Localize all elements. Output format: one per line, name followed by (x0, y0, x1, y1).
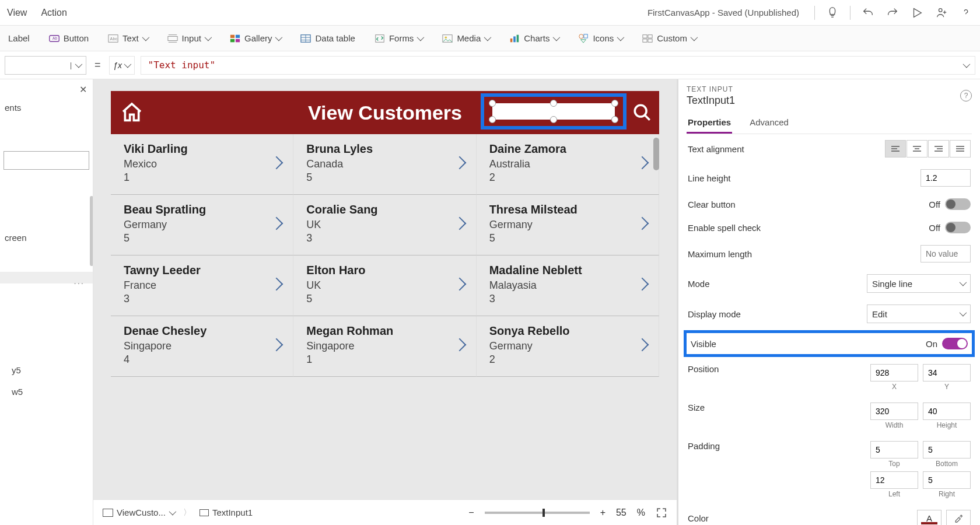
customer-cell[interactable]: Bruna LylesCanada5 (293, 134, 476, 195)
customer-cell[interactable]: Tawny LeederFrance3 (111, 256, 293, 316)
prop-text-alignment-label: Text alignment (688, 144, 744, 154)
insert-data-table[interactable]: Data table (296, 30, 358, 47)
padding-bottom-input[interactable] (923, 441, 971, 459)
play-icon[interactable] (910, 6, 924, 20)
line-height-input[interactable] (921, 169, 971, 187)
customer-cell[interactable]: Thresa MilsteadGermany5 (477, 195, 659, 256)
search-icon[interactable] (632, 103, 652, 123)
resize-handle[interactable] (550, 116, 557, 123)
font-color-button[interactable]: A (917, 510, 942, 525)
chevron-right-icon[interactable] (638, 158, 650, 171)
customer-country: Australia (489, 158, 648, 170)
zoom-in-button[interactable]: + (600, 508, 606, 518)
resize-handle[interactable] (611, 116, 618, 123)
mode-select[interactable]: Single line (867, 274, 971, 293)
customer-cell[interactable]: Viki DarlingMexico1 (111, 134, 293, 195)
visible-toggle[interactable] (942, 338, 968, 349)
chevron-right-icon[interactable] (272, 158, 285, 171)
menu-view[interactable]: View (7, 8, 27, 18)
resize-handle[interactable] (550, 100, 557, 107)
size-height-input[interactable] (923, 402, 971, 420)
insert-text[interactable]: AbcText (104, 30, 152, 47)
breadcrumb-screen[interactable]: ViewCusto... (103, 508, 175, 517)
chevron-right-icon[interactable] (455, 158, 468, 171)
resize-handle[interactable] (489, 116, 496, 123)
insert-charts[interactable]: Charts (505, 30, 562, 47)
align-left-button[interactable] (885, 140, 906, 158)
breadcrumb-element[interactable]: TextInput1 (200, 508, 253, 517)
insert-label[interactable]: Label (5, 31, 33, 46)
display-mode-select[interactable]: Edit (867, 304, 971, 323)
gallery-scrollbar[interactable] (653, 138, 659, 170)
color-picker-icon[interactable] (946, 510, 971, 525)
insert-input[interactable]: Input (163, 30, 214, 47)
spell-check-toggle[interactable] (945, 222, 971, 233)
chevron-right-icon[interactable] (638, 219, 650, 232)
tree-search-input[interactable] (4, 151, 89, 170)
menu-action[interactable]: Action (41, 8, 66, 18)
formula-input[interactable]: "Text input" (141, 56, 975, 75)
close-icon[interactable]: ✕ (79, 84, 87, 95)
home-icon[interactable] (120, 101, 144, 124)
zoom-slider[interactable] (485, 512, 590, 514)
padding-left-input[interactable] (870, 471, 918, 489)
max-length-input[interactable] (921, 245, 971, 262)
customer-cell[interactable]: Daine ZamoraAustralia2 (477, 134, 659, 195)
undo-icon[interactable] (861, 6, 875, 20)
customer-number: 3 (124, 293, 282, 305)
customer-cell[interactable]: Beau SpratlingGermany5 (111, 195, 293, 256)
chevron-right-icon[interactable] (638, 340, 650, 353)
customer-cell[interactable]: Denae ChesleySingapore4 (111, 316, 293, 377)
chevron-right-icon[interactable] (455, 340, 468, 353)
position-y-input[interactable] (923, 364, 971, 382)
align-right-button[interactable] (928, 140, 949, 158)
selected-textinput[interactable] (481, 93, 626, 130)
share-icon[interactable] (935, 6, 949, 20)
chevron-right-icon[interactable] (638, 279, 650, 292)
customer-cell[interactable]: Megan RohmanSingapore1 (293, 316, 476, 377)
resize-handle[interactable] (611, 100, 618, 107)
customer-cell[interactable]: Sonya RebelloGermany2 (477, 316, 659, 377)
panel-help-icon[interactable]: ? (960, 90, 972, 102)
insert-button[interactable]: AbButton (45, 30, 92, 47)
resize-handle[interactable] (489, 100, 496, 107)
tree-item[interactable]: y5 (0, 359, 93, 381)
app-canvas[interactable]: View Customers Viki DarlingMexico1Bruna … (111, 91, 659, 377)
tab-advanced[interactable]: Advanced (748, 114, 790, 134)
fx-dropdown[interactable]: ƒx (109, 56, 135, 75)
chevron-right-icon[interactable] (272, 279, 285, 292)
tab-properties[interactable]: Properties (687, 114, 732, 134)
tree-item[interactable]: w5 (0, 381, 93, 402)
zoom-out-button[interactable]: − (468, 508, 474, 518)
insert-icons[interactable]: Icons (574, 30, 626, 47)
customer-cell[interactable]: Elton HaroUK5 (293, 256, 476, 316)
clear-button-toggle[interactable] (945, 198, 971, 210)
insert-forms[interactable]: Forms (370, 30, 427, 47)
align-center-button[interactable] (907, 140, 928, 158)
size-width-input[interactable] (870, 402, 918, 420)
tree-selected-item[interactable]: ··· (0, 272, 93, 284)
padding-right-input[interactable] (923, 471, 971, 489)
top-menubar: View Action FirstCanvasApp - Saved (Unpu… (0, 0, 980, 26)
chevron-right-icon[interactable] (455, 219, 468, 232)
position-x-input[interactable] (870, 364, 918, 382)
help-icon[interactable] (959, 6, 973, 20)
padding-top-input[interactable] (870, 441, 918, 459)
align-justify-button[interactable] (950, 140, 971, 158)
chevron-right-icon[interactable] (455, 279, 468, 292)
fit-screen-icon[interactable] (656, 507, 667, 519)
tree-screen-item[interactable]: creen (0, 227, 93, 249)
chevron-right-icon[interactable] (272, 340, 285, 353)
app-checker-icon[interactable] (825, 6, 839, 20)
customer-cell[interactable]: Coralie SangUK3 (293, 195, 476, 256)
insert-media[interactable]: Media (438, 30, 494, 47)
more-icon[interactable]: ··· (74, 278, 85, 288)
customer-cell[interactable]: Madaline NeblettMalayasia3 (477, 256, 659, 316)
insert-custom[interactable]: Custom (638, 30, 700, 47)
expand-formula-icon[interactable] (963, 62, 969, 68)
chevron-right-icon[interactable] (272, 219, 285, 232)
insert-gallery[interactable]: Gallery (226, 30, 285, 47)
property-selector[interactable]: | (5, 56, 86, 75)
redo-icon[interactable] (886, 6, 900, 20)
divider (850, 6, 850, 20)
